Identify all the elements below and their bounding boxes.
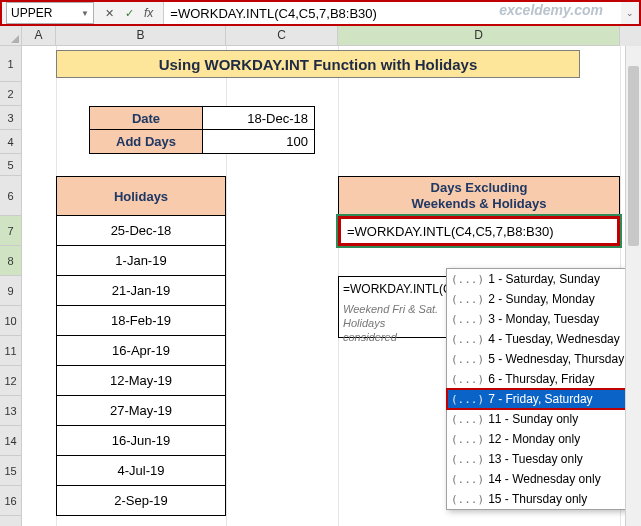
row-header[interactable]: 15 <box>0 456 22 486</box>
adddays-label-cell[interactable]: Add Days <box>89 130 203 154</box>
row-header[interactable]: 4 <box>0 130 22 154</box>
name-box-value: UPPER <box>11 6 52 20</box>
row-header[interactable]: 10 <box>0 306 22 336</box>
holiday-cell[interactable]: 27-May-19 <box>56 396 226 426</box>
paren-icon: (...) <box>451 413 484 426</box>
row-header[interactable]: 6 <box>0 176 22 216</box>
dropdown-option[interactable]: (...)12 - Monday only <box>447 429 631 449</box>
holidays-list: 25-Dec-18 1-Jan-19 21-Jan-19 18-Feb-19 1… <box>56 216 226 516</box>
row-header[interactable]: 3 <box>0 106 22 130</box>
note-box: Weekend Fri & Sat. Holidays considered <box>338 300 446 338</box>
row-header[interactable]: 2 <box>0 82 22 106</box>
row-header[interactable]: 17 <box>0 516 22 526</box>
chevron-down-icon[interactable]: ▼ <box>81 9 89 18</box>
scrollbar-thumb[interactable] <box>628 66 639 246</box>
row-header[interactable]: 1 <box>0 46 22 82</box>
days-header-line1: Days Excluding <box>431 180 528 196</box>
paren-icon: (...) <box>451 333 484 346</box>
date-value-cell[interactable]: 18-Dec-18 <box>203 106 315 130</box>
paren-icon: (...) <box>451 473 484 486</box>
dropdown-option[interactable]: (...)11 - Sunday only <box>447 409 631 429</box>
dropdown-option[interactable]: (...)14 - Wednesday only <box>447 469 631 489</box>
paren-icon: (...) <box>451 373 484 386</box>
holiday-cell[interactable]: 12-May-19 <box>56 366 226 396</box>
row-header[interactable]: 12 <box>0 366 22 396</box>
days-header-line2: Weekends & Holidays <box>412 196 547 212</box>
col-header-d[interactable]: D <box>338 26 620 46</box>
col-header-a[interactable]: A <box>22 26 56 46</box>
column-headers: A B C D <box>0 26 641 46</box>
holiday-cell[interactable]: 16-Jun-19 <box>56 426 226 456</box>
dropdown-option[interactable]: (...)15 - Thursday only <box>447 489 631 509</box>
paren-icon: (...) <box>451 433 484 446</box>
dropdown-option[interactable]: (...)5 - Wednesday, Thursday <box>447 349 631 369</box>
paren-icon: (...) <box>451 393 484 406</box>
page-title-text: Using WORKDAY.INT Function with Holidays <box>159 56 478 73</box>
row-header[interactable]: 14 <box>0 426 22 456</box>
row-header[interactable]: 7 <box>0 216 22 246</box>
row-header[interactable]: 13 <box>0 396 22 426</box>
col-header-b[interactable]: B <box>56 26 226 46</box>
watermark: exceldemy.com <box>499 2 603 18</box>
date-table: Date 18-Dec-18 Add Days 100 <box>89 106 315 154</box>
cell-d10-formula[interactable]: =WORKDAY.INTL(C4,C5, <box>338 276 446 300</box>
row-headers: 1 2 3 4 5 6 7 8 9 10 11 12 13 14 15 16 1… <box>0 46 22 526</box>
formula-buttons: ✕ ✓ fx <box>96 2 164 24</box>
active-cell-formula: =WORKDAY.INTL(C4,C5,7,B8:B30) <box>347 224 554 239</box>
paren-icon: (...) <box>451 453 484 466</box>
dropdown-option[interactable]: (...)3 - Monday, Tuesday <box>447 309 631 329</box>
holiday-cell[interactable]: 1-Jan-19 <box>56 246 226 276</box>
fx-icon[interactable]: fx <box>144 6 153 20</box>
row-header[interactable]: 16 <box>0 486 22 516</box>
paren-icon: (...) <box>451 493 484 506</box>
holiday-cell[interactable]: 16-Apr-19 <box>56 336 226 366</box>
vertical-scrollbar[interactable] <box>625 46 641 526</box>
holidays-header-text: Holidays <box>114 189 168 204</box>
holiday-cell[interactable]: 21-Jan-19 <box>56 276 226 306</box>
dropdown-option-selected[interactable]: (...)7 - Friday, Saturday <box>447 389 631 409</box>
date-label-cell[interactable]: Date <box>89 106 203 130</box>
worksheet[interactable]: A B C D 1 2 3 4 5 6 7 8 9 10 11 12 13 14… <box>0 26 641 46</box>
expand-formula-bar-icon[interactable]: ⌄ <box>621 8 639 18</box>
holidays-header[interactable]: Holidays <box>56 176 226 216</box>
holiday-cell[interactable]: 25-Dec-18 <box>56 216 226 246</box>
dropdown-option[interactable]: (...)2 - Sunday, Monday <box>447 289 631 309</box>
note-line1: Weekend Fri & Sat. <box>343 302 442 316</box>
paren-icon: (...) <box>451 313 484 326</box>
active-cell-d8[interactable]: =WORKDAY.INTL(C4,C5,7,B8:B30) <box>338 216 620 246</box>
weekend-options-dropdown[interactable]: (...)1 - Saturday, Sunday (...)2 - Sunda… <box>446 268 632 510</box>
holiday-cell[interactable]: 18-Feb-19 <box>56 306 226 336</box>
dropdown-option[interactable]: (...)1 - Saturday, Sunday <box>447 269 631 289</box>
holiday-cell[interactable]: 2-Sep-19 <box>56 486 226 516</box>
row-header[interactable]: 11 <box>0 336 22 366</box>
paren-icon: (...) <box>451 273 484 286</box>
page-title: Using WORKDAY.INT Function with Holidays <box>56 50 580 78</box>
adddays-value-cell[interactable]: 100 <box>203 130 315 154</box>
select-all-corner[interactable] <box>0 26 22 46</box>
dropdown-option[interactable]: (...)13 - Tuesday only <box>447 449 631 469</box>
cancel-icon[interactable]: ✕ <box>100 4 118 22</box>
name-box[interactable]: UPPER ▼ <box>6 2 94 24</box>
dropdown-option[interactable]: (...)4 - Tuesday, Wednesday <box>447 329 631 349</box>
row-header[interactable]: 8 <box>0 246 22 276</box>
holiday-cell[interactable]: 4-Jul-19 <box>56 456 226 486</box>
confirm-icon[interactable]: ✓ <box>120 4 138 22</box>
dropdown-option[interactable]: (...)6 - Thursday, Friday <box>447 369 631 389</box>
row-header[interactable]: 9 <box>0 276 22 306</box>
paren-icon: (...) <box>451 293 484 306</box>
row-header[interactable]: 5 <box>0 154 22 176</box>
paren-icon: (...) <box>451 353 484 366</box>
col-header-c[interactable]: C <box>226 26 338 46</box>
days-excluding-header[interactable]: Days Excluding Weekends & Holidays <box>338 176 620 216</box>
formula-text: =WORKDAY.INTL(C4,C5,7,B8:B30) <box>170 6 377 21</box>
note-line2: Holidays considered <box>343 316 442 344</box>
